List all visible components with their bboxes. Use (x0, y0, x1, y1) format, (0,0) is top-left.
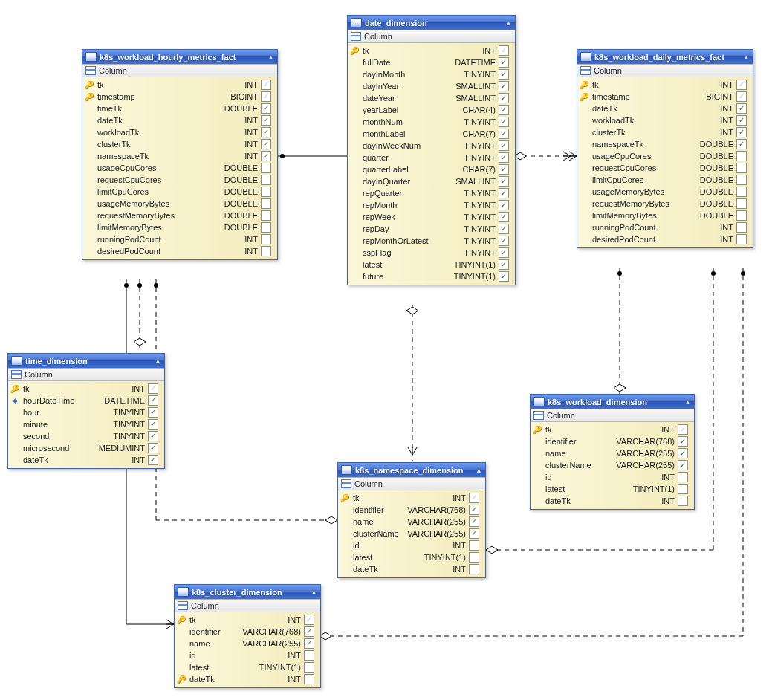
column-row[interactable]: repMonthOrLatestTINYINT✓ (348, 235, 515, 247)
checkbox-icon[interactable]: ✓ (499, 69, 509, 80)
column-row[interactable]: dayInQuarterSMALLINT✓ (348, 175, 515, 187)
collapse-icon[interactable]: ▲ (311, 589, 317, 596)
column-row[interactable]: namespaceTkINT✓ (82, 150, 277, 162)
checkbox-icon[interactable]: ✓ (499, 259, 509, 270)
checkbox-icon[interactable]: ✓ (261, 151, 271, 161)
checkbox-icon[interactable]: ✓ (499, 93, 509, 103)
column-section-header[interactable]: Column (531, 409, 694, 422)
column-row[interactable]: 🔑dateTkINT (175, 673, 320, 685)
column-row[interactable]: identifierVARCHAR(768)✓ (175, 626, 320, 638)
checkbox-icon[interactable]: ✓ (678, 436, 688, 447)
column-row[interactable]: usageMemoryBytesDOUBLE (577, 186, 753, 198)
column-row[interactable]: 🔑tkINT✓ (175, 614, 320, 626)
column-row[interactable]: dateYearSMALLINT✓ (348, 92, 515, 104)
column-row[interactable]: dateTkINT (338, 563, 485, 575)
checkbox-icon[interactable]: ✓ (148, 419, 158, 430)
checkbox-icon[interactable]: ✓ (499, 188, 509, 198)
column-row[interactable]: sspFlagTINYINT✓ (348, 247, 515, 259)
column-row[interactable]: nameVARCHAR(255)✓ (338, 516, 485, 528)
column-row[interactable]: limitCpuCoresDOUBLE (577, 174, 753, 186)
checkbox-icon[interactable] (736, 198, 747, 209)
checkbox-icon[interactable]: ✓ (148, 407, 158, 418)
checkbox-icon[interactable] (736, 163, 747, 173)
checkbox-icon[interactable]: ✓ (304, 615, 314, 625)
column-row[interactable]: timeTkDOUBLE✓ (82, 103, 277, 114)
checkbox-icon[interactable]: ✓ (261, 91, 271, 102)
column-row[interactable]: clusterNameVARCHAR(255)✓ (531, 459, 694, 471)
column-row[interactable]: latestTINYINT(1)✓ (348, 259, 515, 270)
checkbox-icon[interactable]: ✓ (499, 212, 509, 222)
column-row[interactable]: requestCpuCoresDOUBLE (82, 174, 277, 186)
checkbox-icon[interactable] (261, 234, 271, 244)
checkbox-icon[interactable]: ✓ (499, 176, 509, 187)
checkbox-icon[interactable] (261, 210, 271, 221)
column-row[interactable]: limitCpuCoresDOUBLE (82, 186, 277, 198)
checkbox-icon[interactable]: ✓ (261, 103, 271, 114)
column-section-header[interactable]: Column (8, 368, 164, 381)
column-row[interactable]: futureTINYINT(1)✓ (348, 270, 515, 282)
column-row[interactable]: namespaceTkDOUBLE✓ (577, 138, 753, 150)
checkbox-icon[interactable]: ✓ (499, 224, 509, 234)
column-row[interactable]: repQuarterTINYINT✓ (348, 187, 515, 199)
checkbox-icon[interactable] (304, 674, 314, 684)
checkbox-icon[interactable] (261, 175, 271, 185)
column-row[interactable]: 🔑tkINT✓ (8, 383, 164, 395)
collapse-icon[interactable]: ▲ (476, 467, 482, 474)
column-row[interactable]: repDayTINYINT✓ (348, 223, 515, 235)
column-row[interactable]: dateTkINT✓ (8, 454, 164, 466)
column-row[interactable]: minuteTINYINT✓ (8, 418, 164, 430)
checkbox-icon[interactable]: ✓ (261, 127, 271, 137)
checkbox-icon[interactable] (736, 222, 747, 233)
checkbox-icon[interactable]: ✓ (148, 443, 158, 453)
table-cluster-dimension[interactable]: k8s_cluster_dimension▲Column🔑tkINT✓ident… (174, 584, 321, 688)
column-row[interactable]: usageMemoryBytesDOUBLE (82, 198, 277, 210)
column-row[interactable]: limitMemoryBytesDOUBLE (577, 210, 753, 221)
checkbox-icon[interactable]: ✓ (499, 247, 509, 258)
column-row[interactable]: identifierVARCHAR(768)✓ (338, 504, 485, 516)
checkbox-icon[interactable] (261, 198, 271, 209)
checkbox-icon[interactable]: ✓ (499, 105, 509, 115)
column-row[interactable]: dateTkINT (531, 495, 694, 507)
column-row[interactable]: dayInYearSMALLINT✓ (348, 80, 515, 92)
column-row[interactable]: ◆hourDateTimeDATETIME✓ (8, 395, 164, 406)
table-title-bar[interactable]: date_dimension▲ (348, 16, 515, 30)
column-row[interactable]: clusterTkINT✓ (82, 138, 277, 150)
checkbox-icon[interactable]: ✓ (469, 493, 479, 503)
checkbox-icon[interactable]: ✓ (469, 528, 479, 539)
column-row[interactable]: latestTINYINT(1) (175, 661, 320, 673)
column-row[interactable]: yearLabelCHAR(4)✓ (348, 104, 515, 116)
checkbox-icon[interactable]: ✓ (304, 626, 314, 637)
checkbox-icon[interactable]: ✓ (736, 80, 747, 90)
checkbox-icon[interactable] (736, 175, 747, 185)
collapse-icon[interactable]: ▲ (505, 19, 512, 27)
table-daily-fact[interactable]: k8s_workload_daily_metrics_fact▲Column🔑t… (577, 49, 753, 248)
column-section-header[interactable]: Column (175, 599, 320, 612)
checkbox-icon[interactable]: ✓ (736, 139, 747, 149)
column-row[interactable]: requestMemoryBytesDOUBLE (577, 198, 753, 210)
column-row[interactable]: usageCpuCoresDOUBLE (82, 162, 277, 174)
column-row[interactable]: dateTkINT✓ (577, 103, 753, 114)
checkbox-icon[interactable]: ✓ (499, 117, 509, 127)
collapse-icon[interactable]: ▲ (684, 398, 691, 406)
checkbox-icon[interactable] (469, 564, 479, 574)
column-row[interactable]: monthLabelCHAR(7)✓ (348, 128, 515, 140)
checkbox-icon[interactable]: ✓ (499, 57, 509, 68)
column-row[interactable]: latestTINYINT(1) (338, 551, 485, 563)
checkbox-icon[interactable] (304, 662, 314, 673)
column-row[interactable]: requestMemoryBytesDOUBLE (82, 210, 277, 221)
table-date-dimension[interactable]: date_dimension▲Column🔑tkINT✓fullDateDATE… (347, 15, 516, 285)
column-row[interactable]: quarterLabelCHAR(7)✓ (348, 163, 515, 175)
checkbox-icon[interactable]: ✓ (148, 383, 158, 394)
checkbox-icon[interactable] (736, 210, 747, 221)
column-row[interactable]: runningPodCountINT (82, 233, 277, 245)
column-row[interactable]: dateTkINT✓ (82, 114, 277, 126)
checkbox-icon[interactable] (304, 650, 314, 661)
checkbox-icon[interactable]: ✓ (499, 236, 509, 246)
table-title-bar[interactable]: time_dimension▲ (8, 354, 164, 368)
checkbox-icon[interactable]: ✓ (304, 638, 314, 649)
checkbox-icon[interactable]: ✓ (261, 139, 271, 149)
checkbox-icon[interactable]: ✓ (148, 431, 158, 441)
checkbox-icon[interactable]: ✓ (499, 45, 509, 56)
table-hourly-fact[interactable]: k8s_workload_hourly_metrics_fact▲Column🔑… (82, 49, 278, 260)
checkbox-icon[interactable] (736, 187, 747, 197)
